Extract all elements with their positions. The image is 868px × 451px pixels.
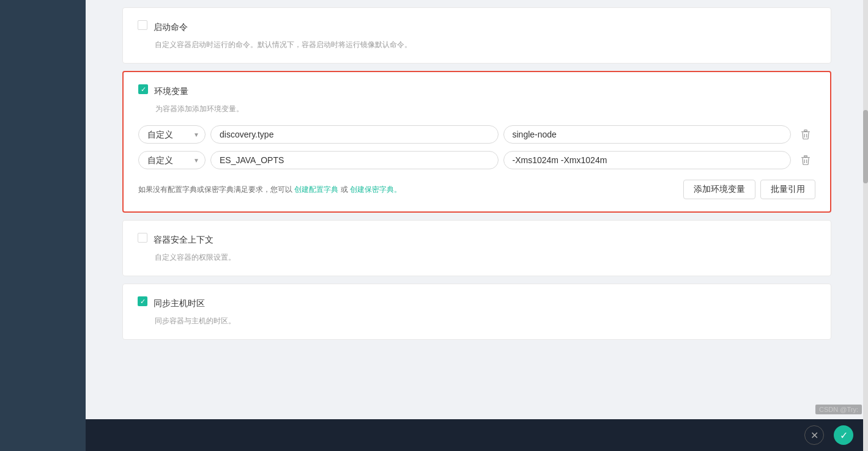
lifecycle-section: 启动命令 自定义容器启动时运行的命令。默认情况下，容器启动时将运行镜像默认命令。 [122,7,831,64]
env-section: ✓ 环境变量 为容器添加添加环境变量。 自定义 ▼ [122,71,831,213]
env-value-input-1[interactable] [503,125,792,144]
batch-import-button[interactable]: 批量引用 [760,180,815,199]
env-row-2: 自定义 ▼ [138,150,815,170]
checkmark-icon: ✓ [141,86,146,93]
security-section: 容器安全上下文 自定义容器的权限设置。 [122,220,831,276]
bottom-bar: ✕ ✓ [86,419,868,451]
cancel-icon: ✕ [811,430,818,441]
content-area: 启动命令 自定义容器启动时运行的命令。默认情况下，容器启动时将运行镜像默认命令。… [86,0,868,384]
env-type-select-1[interactable]: 自定义 [138,125,206,144]
env-value-input-2[interactable] [503,151,792,169]
page-wrapper: 启动命令 自定义容器启动时运行的命令。默认情况下，容器启动时将运行镜像默认命令。… [0,0,868,451]
main-content: 启动命令 自定义容器启动时运行的命令。默认情况下，容器启动时将运行镜像默认命令。… [86,0,868,451]
cancel-button[interactable]: ✕ [804,425,824,445]
lifecycle-checkbox[interactable] [138,20,147,30]
confirm-icon: ✓ [840,430,848,441]
add-env-button[interactable]: 添加环境变量 [683,180,755,199]
lifecycle-desc: 自定义容器启动时运行的命令。默认情况下，容器启动时将运行镜像默认命令。 [155,38,816,51]
delete-row-1-button[interactable] [796,125,815,144]
bottom-spacer [122,347,831,384]
create-configmap-link[interactable]: 创建配置字典 [294,185,338,194]
env-title: 环境变量 [154,84,188,98]
env-checkbox[interactable]: ✓ [138,84,148,94]
timezone-title: 同步主机时区 [154,296,205,310]
env-desc: 为容器添加添加环境变量。 [155,103,815,115]
checkmark-timezone-icon: ✓ [140,298,146,305]
security-checkbox[interactable] [138,233,147,243]
security-header: 容器安全上下文 [138,233,816,246]
confirm-button[interactable]: ✓ [834,425,853,445]
security-desc: 自定义容器的权限设置。 [155,251,816,263]
trash-icon-2 [801,155,811,166]
timezone-header: ✓ 同步主机时区 [138,296,816,310]
lifecycle-header: 启动命令 [138,20,816,34]
scrollbar-thumb[interactable] [863,110,868,183]
sidebar [0,0,86,451]
timezone-section: ✓ 同步主机时区 同步容器与主机的时区。 [122,284,831,340]
env-footer-buttons: 添加环境变量 批量引用 [683,180,815,199]
env-select-wrapper-2: 自定义 ▼ [138,151,206,169]
env-type-select-2[interactable]: 自定义 [138,151,206,169]
env-header: ✓ 环境变量 [138,84,815,98]
svg-rect-4 [801,157,810,158]
trash-icon-1 [801,129,811,140]
scrollbar-track[interactable] [863,0,868,451]
security-title: 容器安全上下文 [154,233,213,246]
env-key-input-1[interactable] [210,125,499,144]
env-footer: 如果没有配置字典或保密字典满足要求，您可以 创建配置字典 或 创建保密字典。 添… [138,180,815,199]
env-key-input-2[interactable] [210,151,499,169]
env-rows: 自定义 ▼ [138,125,815,170]
delete-row-2-button[interactable] [796,150,815,170]
create-secret-link[interactable]: 创建保密字典。 [350,185,401,194]
env-select-wrapper-1: 自定义 ▼ [138,125,206,144]
watermark: CSDN @Try: [815,405,862,414]
svg-rect-1 [804,130,807,131]
svg-rect-0 [801,131,810,132]
timezone-checkbox[interactable]: ✓ [138,296,147,306]
timezone-desc: 同步容器与主机的时区。 [155,315,816,327]
svg-rect-5 [804,156,807,157]
env-footer-text: 如果没有配置字典或保密字典满足要求，您可以 创建配置字典 或 创建保密字典。 [138,185,401,195]
lifecycle-title: 启动命令 [154,20,188,34]
env-row-1: 自定义 ▼ [138,125,815,144]
